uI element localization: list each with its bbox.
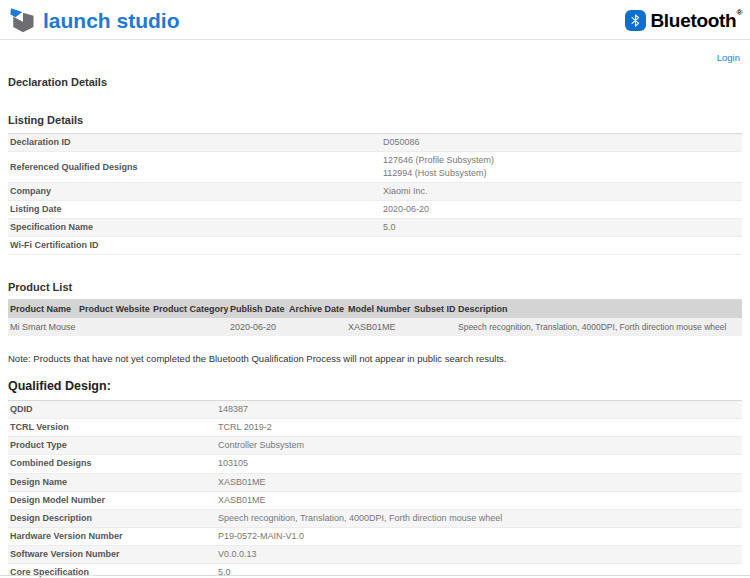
table-row: Design Model Number XASB01ME	[8, 492, 742, 510]
table-row: Referenced Qualified Designs 127646 (Pro…	[8, 152, 742, 183]
row-value: XASB01ME	[218, 474, 742, 491]
column-header: Subset ID	[412, 300, 456, 319]
row-label: Design Description	[8, 510, 218, 527]
logo-text: launch studio	[43, 9, 180, 33]
main-content: Declaration Details Listing Details Decl…	[0, 76, 750, 578]
row-label: Software Version Number	[8, 546, 218, 563]
subset-id-cell	[412, 318, 456, 336]
row-value: XASB01ME	[218, 492, 742, 509]
top-header: launch studio Bluetooth®	[0, 0, 750, 40]
row-value: 2020-06-20	[383, 201, 742, 218]
table-row: Specification Name 5.0	[8, 219, 742, 237]
row-label: Company	[8, 183, 383, 200]
column-header: Publish Date	[228, 300, 287, 319]
row-value: P19-0572-MAIN-V1.0	[218, 528, 742, 545]
row-label: Combined Designs	[8, 455, 218, 472]
table-row: Listing Date 2020-06-20	[8, 201, 742, 219]
row-value: 148387	[218, 401, 742, 418]
row-value: V0.0.0.13	[218, 546, 742, 563]
qualified-design-heading: Qualified Design:	[8, 379, 742, 393]
table-row: Hardware Version Number P19-0572-MAIN-V1…	[8, 528, 742, 546]
table-row: Design Description Speech recognition, T…	[8, 510, 742, 528]
page-title: Declaration Details	[8, 76, 742, 88]
row-label: Product Type	[8, 437, 218, 454]
product-table-header-row: Product Name Product Website Product Cat…	[8, 300, 742, 319]
column-header: Product Website	[77, 300, 151, 319]
table-row: Mi Smart Mouse 2020-06-20 XASB01ME Speec…	[8, 318, 742, 336]
column-header: Description	[456, 300, 742, 319]
row-value: 5.0	[383, 219, 742, 236]
row-label: Referenced Qualified Designs	[8, 159, 383, 176]
table-row: TCRL Version TCRL 2019-2	[8, 419, 742, 437]
row-label: Listing Date	[8, 201, 383, 218]
table-row: Design Name XASB01ME	[8, 474, 742, 492]
column-header: Model Number	[346, 300, 412, 319]
row-value	[383, 244, 742, 248]
row-value: TCRL 2019-2	[218, 419, 742, 436]
listing-details-table: Declaration ID D050086 Referenced Qualif…	[8, 133, 742, 255]
page-bottom-divider	[0, 575, 750, 576]
column-header: Archive Date	[287, 300, 346, 319]
publish-date-cell: 2020-06-20	[228, 318, 287, 336]
launch-studio-box-icon	[8, 6, 38, 36]
row-value: 103105	[218, 455, 742, 472]
table-row: Product Type Controller Subsystem	[8, 437, 742, 455]
row-label: Design Model Number	[8, 492, 218, 509]
row-label: Design Name	[8, 474, 218, 491]
table-row: Software Version Number V0.0.0.13	[8, 546, 742, 564]
description-cell: Speech recognition, Translation, 4000DPI…	[456, 318, 742, 336]
product-name-cell: Mi Smart Mouse	[8, 318, 77, 336]
row-value: 127646 (Profile Subsystem) 112994 (Host …	[383, 152, 742, 182]
table-row: Company Xiaomi Inc.	[8, 183, 742, 201]
row-value: Controller Subsystem	[218, 437, 742, 454]
listing-details-heading: Listing Details	[8, 114, 742, 126]
row-label: Hardware Version Number	[8, 528, 218, 545]
row-value: Speech recognition, Translation, 4000DPI…	[218, 510, 742, 527]
row-label: Wi-Fi Certification ID	[8, 237, 383, 254]
launch-studio-logo[interactable]: launch studio	[8, 6, 180, 36]
qualified-design-table: QDID 148387 TCRL Version TCRL 2019-2 Pro…	[8, 400, 742, 578]
login-bar: Login	[0, 40, 750, 60]
column-header: Product Category	[151, 300, 228, 319]
table-row: QDID 148387	[8, 401, 742, 419]
column-header: Product Name	[8, 300, 77, 319]
row-value: Xiaomi Inc.	[383, 183, 742, 200]
bluetooth-wordmark: Bluetooth®	[650, 10, 742, 32]
product-category-cell	[151, 318, 228, 336]
table-row: Wi-Fi Certification ID	[8, 237, 742, 255]
product-website-cell	[77, 318, 151, 336]
login-link[interactable]: Login	[717, 52, 740, 63]
bluetooth-logo: Bluetooth®	[625, 10, 742, 32]
qualification-note: Note: Products that have not yet complet…	[8, 353, 742, 364]
bluetooth-rune-icon	[625, 10, 646, 31]
table-row: Combined Designs 103105	[8, 455, 742, 473]
product-list-heading: Product List	[8, 281, 742, 293]
row-value: D050086	[383, 134, 742, 151]
product-list-table: Product Name Product Website Product Cat…	[8, 299, 742, 336]
row-label: TCRL Version	[8, 419, 218, 436]
row-label: QDID	[8, 401, 218, 418]
table-row: Declaration ID D050086	[8, 134, 742, 152]
model-number-cell: XASB01ME	[346, 318, 412, 336]
row-label: Declaration ID	[8, 134, 383, 151]
row-label: Specification Name	[8, 219, 383, 236]
archive-date-cell	[287, 318, 346, 336]
registered-mark: ®	[736, 8, 742, 17]
